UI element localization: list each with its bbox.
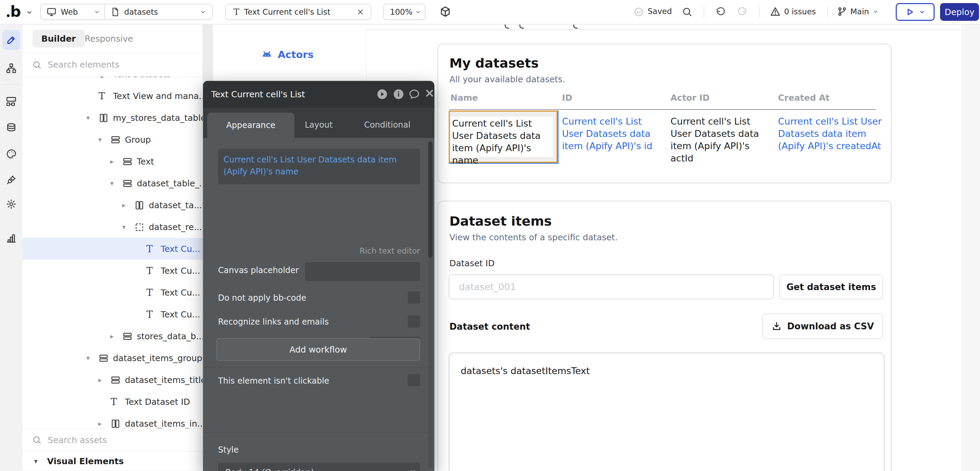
tab-layout[interactable]: Layout — [290, 120, 348, 130]
selected-text-element-cell[interactable]: Current cell's List User Datasets data i… — [449, 111, 558, 163]
tree-item-dataset-ta[interactable]: ▸dataset_ta... — [22, 194, 203, 216]
pencil-icon[interactable] — [6, 35, 17, 45]
tab-responsive[interactable]: Responsive — [77, 30, 141, 48]
caret-icon[interactable]: ▸ — [110, 158, 123, 165]
chevron-down-icon — [415, 8, 422, 15]
comment-icon[interactable] — [409, 88, 420, 100]
search-elements-input[interactable] — [47, 59, 178, 70]
caret-icon[interactable]: ▸ — [98, 420, 111, 428]
sidebar-item-actors[interactable]: Actors — [261, 48, 313, 61]
caret-icon[interactable]: ▾ — [110, 179, 123, 188]
wireframe-icon[interactable] — [6, 96, 17, 107]
recognize-links-checkbox[interactable] — [408, 315, 420, 328]
branch-selector[interactable]: Main — [850, 7, 869, 16]
tree-item-dataset-items-title[interactable]: ▸dataset_items_title — [22, 369, 203, 391]
close-icon[interactable] — [424, 88, 436, 99]
tree-item-text-cu[interactable]: TText Cu... — [22, 260, 203, 282]
dataset-content-box[interactable]: datasets's datasetItemsText — [449, 353, 885, 471]
cell-actor-id-value[interactable]: Current cell's List User Datasets data i… — [670, 115, 763, 164]
database-icon[interactable] — [6, 123, 17, 134]
chevron-down-icon — [872, 8, 879, 15]
tree-item-dataset-items-in[interactable]: ▸dataset_items_in... — [22, 413, 203, 428]
cell-created-at-value[interactable]: Current cell's List User Datasets data i… — [778, 115, 888, 152]
preview-button[interactable] — [896, 3, 935, 21]
card-subtitle: All your available datasets. — [449, 75, 565, 84]
tree-item-dataset-items-group[interactable]: ▾dataset_items_group — [22, 347, 203, 369]
not-clickable-checkbox[interactable] — [408, 374, 420, 387]
dataset-id-input[interactable] — [449, 274, 774, 299]
get-dataset-items-button[interactable]: Get dataset items — [780, 274, 883, 299]
search-assets-input[interactable] — [47, 435, 178, 446]
caret-icon[interactable]: ▾ — [122, 223, 134, 231]
chart-icon[interactable] — [6, 233, 17, 244]
toolbar-divider — [703, 6, 704, 18]
search-icon[interactable] — [682, 6, 692, 17]
plug-icon[interactable] — [6, 174, 17, 185]
caret-icon[interactable]: ▾ — [86, 354, 99, 362]
style-select[interactable]: Body 14 (Overridden) ▼ — [218, 463, 420, 471]
caret-icon[interactable]: ▸ — [110, 332, 123, 340]
cell-id-value[interactable]: Current cell's List User Datasets data i… — [562, 115, 655, 152]
info-circle-icon[interactable] — [393, 88, 404, 100]
caret-icon[interactable]: ▾ — [86, 114, 99, 122]
dataset-items-card: Dataset items View the contents of a spe… — [438, 200, 892, 471]
issues-count[interactable]: 0 issues — [784, 7, 816, 16]
tree-item-text-cu[interactable]: TText Cu... — [22, 304, 203, 325]
download-csv-button[interactable]: Download as CSV — [762, 313, 883, 339]
search-elements-row — [22, 53, 203, 77]
tree-item-group[interactable]: ▾Group — [22, 129, 203, 151]
zoom-selector[interactable]: 100% — [383, 4, 425, 20]
zoom-value: 100% — [390, 8, 412, 16]
play-circle-icon[interactable] — [376, 88, 388, 100]
open-element-tab[interactable]: T Text Current cell's List — [225, 4, 371, 20]
tree-item-text-cu[interactable]: TText Cu... — [22, 282, 203, 304]
text-element-icon: T — [99, 91, 113, 102]
palette-icon[interactable] — [6, 148, 17, 159]
text-element-icon: T — [146, 265, 161, 277]
canvas-placeholder-label: Canvas placeholder — [218, 266, 299, 275]
undo-icon[interactable] — [715, 6, 726, 17]
device-selector[interactable]: Web — [41, 7, 104, 17]
canvas-placeholder-input[interactable] — [305, 262, 420, 281]
sitemap-icon[interactable] — [6, 63, 17, 74]
caret-icon[interactable]: ▾ — [98, 135, 111, 144]
element-tree-viewport: TText DatasetsTText View and mana...▾my_… — [22, 77, 203, 428]
close-icon[interactable] — [356, 8, 364, 16]
table-header-rule — [449, 109, 876, 110]
caret-icon[interactable]: ▸ — [122, 201, 134, 209]
style-label: Style — [218, 445, 239, 455]
tree-item-my-stores-data-table[interactable]: ▾my_stores_data_table — [22, 107, 203, 129]
bubble-logo[interactable]: b — [10, 3, 21, 20]
tree-item-text-datasets[interactable]: TText Datasets — [22, 77, 203, 85]
gear-icon[interactable] — [6, 199, 17, 210]
bbcode-checkbox[interactable] — [408, 291, 420, 304]
inspector-titlebar[interactable]: Text Current cell's List — [203, 81, 434, 108]
inspector-tabbar: Appearance Layout Conditional — [203, 108, 434, 138]
redo-icon[interactable] — [737, 6, 748, 17]
tree-item-text-view-and-mana[interactable]: TText View and mana... — [22, 85, 203, 107]
tree-item-dataset-re[interactable]: ▾dataset_re... — [22, 216, 203, 238]
tree-item-text[interactable]: ▸Text — [22, 151, 203, 172]
left-icon-rail — [0, 24, 23, 471]
tree-item-text-dataset-id[interactable]: TText Dataset ID — [22, 391, 203, 413]
rows-element-icon — [99, 353, 113, 363]
page-selector[interactable]: datasets — [105, 7, 212, 17]
monitor-icon — [46, 7, 57, 17]
text-expression-field[interactable]: Current cell's List User Datasets data i… — [218, 149, 420, 184]
cube-icon[interactable] — [439, 6, 451, 18]
tree-item-dataset-table[interactable]: ▾dataset_table_... — [22, 172, 203, 194]
inspector-scrollbar-thumb[interactable] — [428, 142, 433, 258]
deploy-button[interactable]: Deploy — [940, 3, 979, 21]
tree-item-text-cu[interactable]: TText Cu... — [22, 238, 203, 260]
add-workflow-button[interactable]: Add workflow — [216, 338, 420, 361]
visual-elements-section[interactable]: ▾ Visual Elements — [22, 452, 203, 471]
caret-icon[interactable]: ▸ — [98, 376, 111, 384]
rich-text-editor-link[interactable]: Rich text editor — [360, 247, 420, 255]
cell-element-icon — [134, 222, 149, 232]
tab-appearance[interactable]: Appearance — [207, 113, 294, 138]
elements-panel: Builder Responsive TText DatasetsTText V… — [22, 24, 203, 471]
tree-item-stores-data-b[interactable]: ▸stores_data_b... — [22, 325, 203, 347]
saved-status: Saved — [648, 7, 672, 16]
workspace-chevron-icon[interactable] — [25, 8, 33, 16]
tab-conditional[interactable]: Conditional — [358, 120, 416, 130]
